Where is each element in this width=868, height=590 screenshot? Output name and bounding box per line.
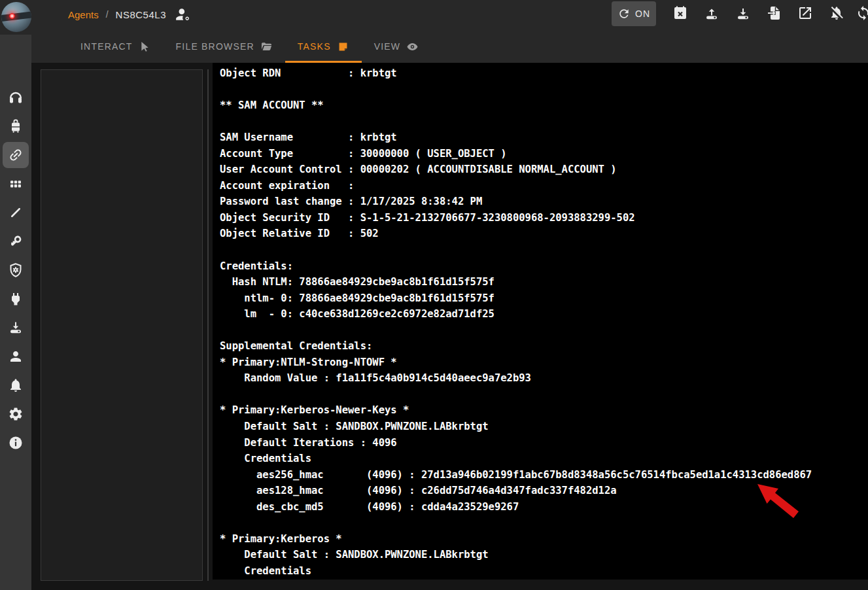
breadcrumb-agent-id: NS8C54L3	[116, 9, 166, 20]
agent-power-toggle[interactable]: ON	[612, 1, 656, 26]
gear-icon	[8, 406, 24, 422]
upload-icon[interactable]	[704, 5, 720, 21]
key-icon	[8, 234, 24, 249]
manage-accounts-icon	[175, 6, 192, 23]
sidebar-item-listeners[interactable]	[0, 83, 31, 112]
avatar-visor	[1, 11, 31, 22]
cursor-icon	[139, 41, 151, 53]
download-icon[interactable]	[735, 5, 751, 21]
sidebar-item-connections[interactable]	[0, 141, 31, 169]
headphones-icon	[8, 90, 24, 105]
link-icon	[8, 147, 24, 163]
open-external-icon[interactable]	[797, 5, 813, 21]
annotation-arrow	[755, 481, 801, 518]
plug-icon	[8, 291, 24, 307]
install-icon	[8, 320, 24, 336]
bell-icon	[8, 377, 24, 393]
breadcrumb-agents-link[interactable]: Agents	[68, 9, 99, 20]
breadcrumb-separator: /	[106, 9, 109, 20]
power-toggle-label: ON	[635, 9, 650, 19]
shield-gear-icon	[8, 262, 24, 278]
tab-file-browser-label: FILE BROWSER	[176, 41, 254, 52]
task-list-panel	[41, 69, 203, 581]
sync-icon[interactable]	[856, 5, 868, 21]
tab-interact[interactable]: INTERACT	[68, 30, 164, 63]
top-bar: Agents / NS8C54L3 ON	[0, 0, 868, 63]
sidebar-item-about[interactable]	[0, 428, 31, 457]
apps-grid-icon	[8, 176, 24, 192]
info-icon	[8, 435, 24, 451]
sidebar-item-loot[interactable]	[0, 112, 31, 141]
tab-file-browser[interactable]: FILE BROWSER	[164, 30, 285, 63]
sidebar-item-modules[interactable]	[0, 169, 31, 198]
panel-splitter[interactable]	[207, 69, 209, 581]
avatar-red-eye	[9, 13, 15, 19]
sidebar-item-payloads[interactable]	[0, 198, 31, 227]
import-file-icon[interactable]	[767, 5, 782, 21]
tab-tasks[interactable]: TASKS	[285, 30, 362, 63]
notifications-off-icon[interactable]	[829, 5, 844, 21]
sidebar-item-operators[interactable]	[0, 342, 31, 371]
left-sidebar	[0, 35, 31, 590]
sidebar-item-settings[interactable]	[0, 400, 31, 428]
folder-open-icon	[260, 41, 273, 53]
sidebar-item-connectors[interactable]	[0, 285, 31, 313]
tab-tasks-label: TASKS	[298, 41, 331, 52]
person-icon	[8, 349, 24, 364]
sidebar-item-credentials[interactable]	[0, 227, 31, 256]
tab-interact-label: INTERACT	[80, 41, 133, 52]
sidebar-item-downloads[interactable]	[0, 313, 31, 342]
refresh-icon	[617, 7, 631, 20]
stick-icon	[8, 205, 24, 220]
agent-tab-bar: INTERACT FILE BROWSER TASKS VIEW	[68, 30, 431, 63]
sidebar-item-defense[interactable]	[0, 256, 31, 285]
calendar-remove-icon[interactable]	[672, 5, 688, 21]
tab-view-label: VIEW	[374, 41, 401, 52]
note-icon	[337, 41, 349, 53]
app-logo-avatar[interactable]	[1, 2, 31, 32]
eye-icon	[406, 41, 419, 53]
luggage-icon	[8, 118, 24, 134]
sidebar-item-notifications[interactable]	[0, 371, 31, 400]
tab-view[interactable]: VIEW	[362, 30, 432, 63]
breadcrumb: Agents / NS8C54L3	[68, 0, 192, 29]
